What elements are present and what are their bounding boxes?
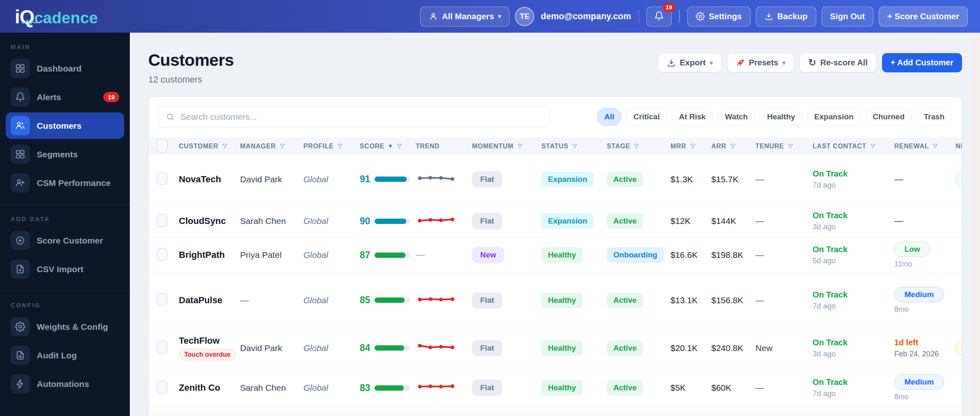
table-row-brightpath[interactable]: BrightPath Priya Patel Global 87 — New H… bbox=[149, 238, 962, 273]
add-customer-button[interactable]: + Add Customer bbox=[882, 53, 962, 72]
customer-name[interactable]: CloudSync bbox=[179, 216, 234, 226]
filter-chip-at-risk[interactable]: At Risk bbox=[672, 108, 713, 126]
filter-chip-expansion[interactable]: Expansion bbox=[807, 108, 861, 126]
sidebar-item-dashboard[interactable]: Dashboard bbox=[6, 55, 124, 82]
filter-funnel-icon[interactable] bbox=[690, 143, 696, 149]
sidebar-item-csv-import[interactable]: CSV Import bbox=[6, 256, 124, 282]
momentum-chip: Flat bbox=[472, 380, 502, 396]
filter-funnel-icon[interactable] bbox=[337, 143, 343, 149]
filter-chip-all[interactable]: All bbox=[597, 108, 621, 126]
filter-funnel-icon[interactable] bbox=[787, 143, 793, 149]
table-row-techflow[interactable]: TechFlow Touch overdue David Park Global… bbox=[149, 328, 962, 368]
sidebar-item-customers[interactable]: Customers bbox=[6, 112, 124, 139]
column-header-nps[interactable]: NPS bbox=[950, 143, 962, 150]
settings-button[interactable]: Settings bbox=[687, 7, 751, 27]
filter-funnel-icon[interactable] bbox=[572, 143, 578, 149]
presets-label: Presets bbox=[749, 58, 778, 67]
add-nps-button[interactable]: + bbox=[961, 382, 962, 393]
add-nps-button[interactable]: + bbox=[961, 216, 962, 226]
add-nps-button[interactable]: + bbox=[961, 295, 962, 305]
trend-sparkline bbox=[416, 293, 457, 306]
search-input[interactable] bbox=[180, 112, 543, 122]
column-header-label: NPS bbox=[956, 143, 962, 150]
filter-funnel-icon[interactable] bbox=[517, 143, 523, 149]
table-row-datapulse[interactable]: DataPulse — Global 85 Flat Healthy Activ… bbox=[149, 273, 962, 328]
table-row-novatech[interactable]: NovaTech David Park Global 91 Flat Expan… bbox=[149, 154, 962, 205]
filter-funnel-icon[interactable] bbox=[730, 143, 736, 149]
tenure-cell: — bbox=[750, 383, 807, 393]
sign-out-button[interactable]: Sign Out bbox=[822, 7, 873, 27]
export-button[interactable]: Export ▾ bbox=[658, 53, 722, 72]
scrollbar-track[interactable] bbox=[973, 33, 980, 416]
column-header-tenure[interactable]: Tenure bbox=[750, 143, 807, 150]
column-header-score[interactable]: Score ▼ bbox=[354, 143, 410, 150]
customer-name[interactable]: Zenith Co bbox=[179, 382, 234, 393]
column-header-manager[interactable]: Manager bbox=[234, 143, 298, 150]
gear-icon bbox=[11, 317, 30, 336]
funnel-icon bbox=[337, 143, 343, 149]
backup-button[interactable]: Backup bbox=[756, 7, 816, 27]
column-header-trend[interactable]: Trend bbox=[410, 143, 466, 150]
mrr-cell: $12K bbox=[665, 216, 706, 226]
row-checkbox[interactable] bbox=[157, 248, 167, 261]
column-header-renewal[interactable]: Renewal bbox=[889, 143, 950, 150]
column-header-status[interactable]: Status bbox=[536, 143, 601, 150]
column-header-stage[interactable]: Stage bbox=[601, 143, 665, 150]
row-checkbox[interactable] bbox=[157, 172, 167, 185]
avatar[interactable]: TE bbox=[515, 7, 534, 26]
rescore-all-button[interactable]: ↻ Re-score All bbox=[800, 53, 876, 72]
customer-name[interactable]: TechFlow bbox=[179, 335, 234, 346]
sidebar-item-audit-log[interactable]: Audit Log bbox=[6, 342, 124, 369]
add-nps-button[interactable]: + bbox=[961, 250, 962, 260]
column-header-momentum[interactable]: Momentum bbox=[466, 143, 536, 150]
sidebar-section: MAIN Dashboard Alerts 19 Customers Segme… bbox=[0, 43, 130, 196]
row-checkbox[interactable] bbox=[157, 214, 167, 227]
score-customer-button[interactable]: + Score Customer bbox=[879, 7, 968, 27]
sidebar-item-csm-performance[interactable]: CSM Performance bbox=[6, 170, 124, 196]
filter-funnel-icon[interactable] bbox=[222, 143, 228, 149]
filter-chip-healthy[interactable]: Healthy bbox=[760, 108, 802, 126]
filter-funnel-icon[interactable] bbox=[396, 143, 403, 149]
sidebar-item-automations[interactable]: Automations bbox=[6, 371, 124, 397]
presets-button[interactable]: Presets ▾ bbox=[727, 53, 794, 72]
column-header-arr[interactable]: ARR bbox=[706, 143, 750, 150]
filter-funnel-icon[interactable] bbox=[633, 143, 639, 149]
customer-name[interactable]: NovaTech bbox=[179, 174, 234, 185]
trend-cell bbox=[410, 293, 466, 308]
customer-name[interactable]: BrightPath bbox=[179, 250, 234, 260]
sidebar-item-segments[interactable]: Segments bbox=[6, 141, 124, 168]
table-row-cloudsync[interactable]: CloudSync Sarah Chen Global 90 Flat Expa… bbox=[149, 205, 962, 238]
sidebar-section: ADD DATA Score Customer CSV Import bbox=[0, 204, 130, 282]
notifications-button[interactable]: 19 bbox=[646, 7, 672, 27]
plus-circle-icon bbox=[15, 235, 25, 246]
column-header-profile[interactable]: Profile bbox=[298, 143, 354, 150]
customer-name[interactable]: DataPulse bbox=[179, 295, 234, 306]
sidebar-item-alerts[interactable]: Alerts 19 bbox=[6, 84, 124, 110]
table-row-zenith-co[interactable]: Zenith Co Sarah Chen Global 83 Flat Heal… bbox=[149, 368, 962, 408]
filter-chip-watch[interactable]: Watch bbox=[717, 108, 755, 126]
row-checkbox[interactable] bbox=[157, 341, 167, 353]
app-logo[interactable]: iQ cadence bbox=[15, 5, 98, 28]
row-checkbox[interactable] bbox=[157, 381, 167, 394]
mrr-cell: $5K bbox=[665, 383, 706, 393]
renewal-cell: 1d leftFeb 24, 2026 bbox=[889, 338, 950, 358]
column-header[interactable] bbox=[149, 140, 173, 152]
filter-chip-critical[interactable]: Critical bbox=[626, 108, 667, 126]
manager-filter-dropdown[interactable]: All Managers ▾ bbox=[420, 7, 510, 27]
row-checkbox[interactable] bbox=[157, 293, 167, 306]
sidebar-item-score-customer[interactable]: Score Customer bbox=[6, 227, 124, 254]
sidebar-item-label: Segments bbox=[37, 150, 78, 159]
filter-funnel-icon[interactable] bbox=[932, 143, 938, 149]
column-header-customer[interactable]: Customer bbox=[173, 143, 234, 150]
filter-funnel-icon[interactable] bbox=[279, 143, 285, 149]
filter-funnel-icon[interactable] bbox=[870, 143, 876, 149]
select-all-checkbox[interactable] bbox=[157, 140, 167, 152]
filter-chip-trash[interactable]: Trash bbox=[916, 108, 952, 126]
nps-chip: 6 bbox=[956, 340, 962, 356]
column-header-last-contact[interactable]: Last Contact bbox=[807, 143, 889, 150]
column-header-mrr[interactable]: MRR bbox=[665, 143, 706, 150]
manager-cell: David Park bbox=[234, 343, 298, 353]
filter-chip-churned[interactable]: Churned bbox=[865, 108, 912, 126]
sidebar-item-weights-config[interactable]: Weights & Config bbox=[6, 313, 124, 340]
users-icon bbox=[15, 121, 25, 131]
